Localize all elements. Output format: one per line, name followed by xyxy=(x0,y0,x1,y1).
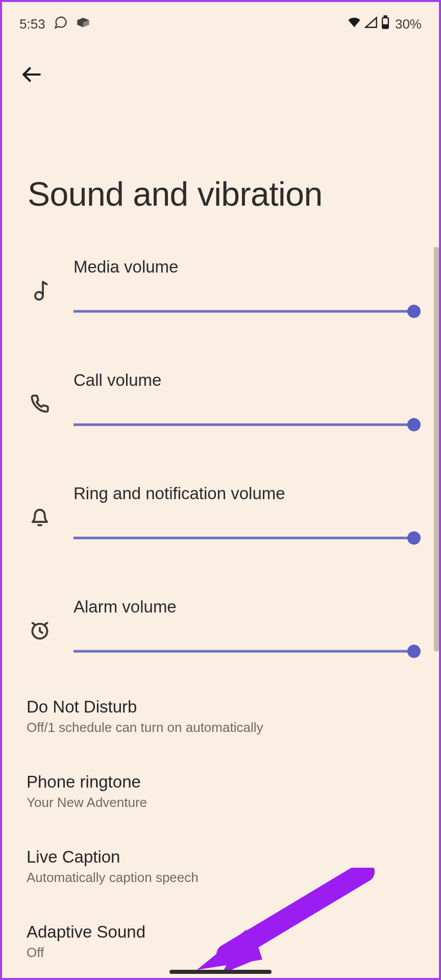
package-icon xyxy=(76,16,90,32)
nav-handle[interactable] xyxy=(169,970,272,974)
signal-icon xyxy=(364,16,378,32)
svg-point-4 xyxy=(35,292,43,300)
battery-percent: 30% xyxy=(395,16,422,32)
alarm-volume-slider[interactable] xyxy=(74,644,414,658)
whatsapp-icon xyxy=(54,15,68,33)
do-not-disturb-item[interactable]: Do Not Disturb Off/1 schedule can turn o… xyxy=(27,697,414,736)
live-caption-item[interactable]: Live Caption Automatically caption speec… xyxy=(27,847,414,886)
music-note-icon xyxy=(27,257,53,313)
settings-list: Do Not Disturb Off/1 schedule can turn o… xyxy=(2,658,439,961)
media-volume-row: Media volume xyxy=(27,257,414,318)
scroll-indicator xyxy=(434,247,439,651)
call-volume-row: Call volume xyxy=(27,371,414,432)
alarm-volume-label: Alarm volume xyxy=(74,597,414,617)
setting-sub: Your New Adventure xyxy=(27,795,414,811)
ring-volume-slider[interactable] xyxy=(74,531,414,545)
adaptive-sound-item[interactable]: Adaptive Sound Off xyxy=(27,922,414,961)
bell-icon xyxy=(27,484,53,540)
arrow-left-icon xyxy=(21,64,42,85)
svg-rect-2 xyxy=(383,24,387,28)
media-volume-slider[interactable] xyxy=(74,304,414,318)
call-volume-slider[interactable] xyxy=(74,418,414,432)
ring-volume-label: Ring and notification volume xyxy=(74,484,414,503)
call-volume-label: Call volume xyxy=(74,371,414,390)
ring-volume-row: Ring and notification volume xyxy=(27,484,414,545)
page-title: Sound and vibration xyxy=(2,89,439,213)
setting-sub: Off xyxy=(27,945,414,961)
setting-title: Live Caption xyxy=(27,847,414,867)
setting-sub: Automatically caption speech xyxy=(27,870,414,886)
svg-rect-1 xyxy=(384,16,387,18)
setting-sub: Off/1 schedule can turn on automatically xyxy=(27,720,414,736)
media-volume-label: Media volume xyxy=(74,257,414,277)
status-time: 5:53 xyxy=(19,16,45,32)
phone-icon xyxy=(27,371,53,427)
status-bar: 5:53 xyxy=(2,2,439,36)
back-button[interactable] xyxy=(17,60,46,89)
wifi-icon xyxy=(347,16,361,32)
setting-title: Do Not Disturb xyxy=(27,697,414,717)
phone-ringtone-item[interactable]: Phone ringtone Your New Adventure xyxy=(27,772,414,811)
alarm-clock-icon xyxy=(27,597,53,653)
battery-icon xyxy=(381,15,390,33)
alarm-volume-row: Alarm volume xyxy=(27,597,414,658)
volume-sliders-section: Media volume Call volume Ring and xyxy=(2,213,439,658)
setting-title: Phone ringtone xyxy=(27,772,414,792)
setting-title: Adaptive Sound xyxy=(27,922,414,942)
